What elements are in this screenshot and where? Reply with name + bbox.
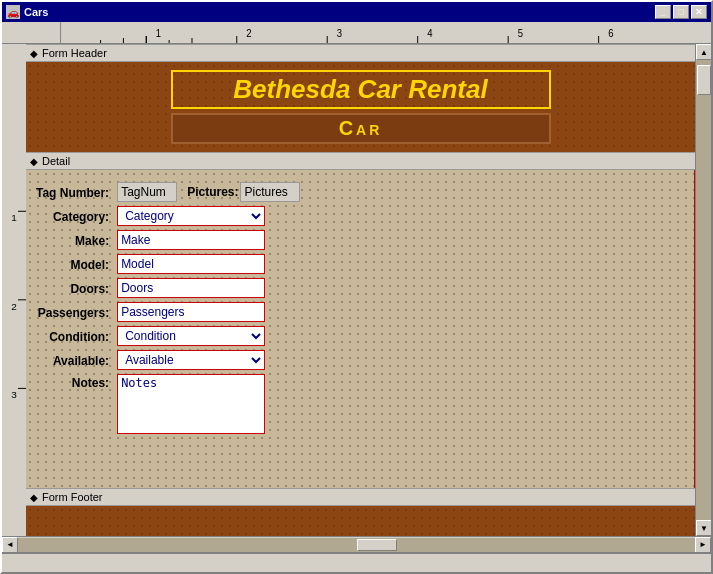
- form-footer-label: ◆ Form Footer: [26, 488, 695, 506]
- svg-text:5: 5: [518, 27, 524, 38]
- condition-select[interactable]: Condition: [117, 326, 265, 346]
- main-window: 🚗 Cars _ □ ✕ 1 2 3 4 5 6: [0, 0, 713, 574]
- vertical-ruler: 1 2 3: [2, 44, 26, 536]
- category-label: Category:: [36, 206, 115, 226]
- passengers-input[interactable]: [117, 302, 265, 322]
- svg-text:6: 6: [608, 27, 613, 38]
- condition-label: Condition:: [36, 326, 115, 346]
- fields-table: Tag Number: Pictures:: [34, 178, 302, 438]
- pictures-label-cell: Pictures:: [179, 182, 238, 202]
- svg-rect-19: [2, 44, 26, 536]
- model-label: Model:: [36, 254, 115, 274]
- svg-text:1: 1: [11, 212, 17, 223]
- svg-text:2: 2: [246, 27, 251, 38]
- form-footer-text: Form Footer: [42, 491, 103, 503]
- status-bar: [2, 552, 711, 572]
- form-footer-content: [26, 506, 695, 536]
- svg-text:2: 2: [11, 301, 17, 312]
- form-area: ◆ Form Header Bethesda Car Rental Car: [26, 44, 695, 536]
- close-button[interactable]: ✕: [691, 5, 707, 19]
- form-header-label: ◆ Form Header: [26, 44, 695, 62]
- svg-text:4: 4: [427, 27, 433, 38]
- notes-textarea[interactable]: Notes: [117, 374, 265, 434]
- svg-text:1: 1: [156, 27, 161, 38]
- svg-text:3: 3: [337, 27, 342, 38]
- title-bar-buttons: _ □ ✕: [655, 5, 707, 19]
- doors-row: Doors:: [36, 278, 300, 298]
- doors-input[interactable]: [117, 278, 265, 298]
- scroll-track-vertical[interactable]: [696, 60, 711, 520]
- available-select[interactable]: Available: [117, 350, 265, 370]
- horizontal-ruler: 1 2 3 4 5 6: [2, 22, 711, 44]
- svg-text:3: 3: [11, 389, 17, 400]
- scroll-right-button[interactable]: ►: [695, 537, 711, 553]
- category-row: Category: Category: [36, 206, 300, 226]
- tag-number-cell: [117, 182, 177, 202]
- detail-arrow-icon: ◆: [30, 156, 38, 167]
- doors-cell: [117, 278, 300, 298]
- model-input[interactable]: [117, 254, 265, 274]
- tag-number-row: Tag Number: Pictures:: [36, 182, 300, 202]
- notes-cell: Notes: [117, 374, 300, 434]
- scroll-left-button[interactable]: ◄: [2, 537, 18, 553]
- tag-number-label: Tag Number:: [36, 182, 115, 202]
- pictures-cell: [240, 182, 300, 202]
- detail-text: Detail: [42, 155, 70, 167]
- title-bar: 🚗 Cars _ □ ✕: [2, 2, 711, 22]
- passengers-cell: [117, 302, 300, 322]
- scroll-track-horizontal[interactable]: [18, 538, 695, 552]
- available-cell: Available: [117, 350, 300, 370]
- condition-row: Condition: Condition: [36, 326, 300, 346]
- pictures-label: Pictures:: [179, 185, 238, 199]
- maximize-button[interactable]: □: [673, 5, 689, 19]
- form-right-border: [694, 170, 695, 488]
- footer-arrow-icon: ◆: [30, 492, 38, 503]
- tag-number-input[interactable]: [117, 182, 177, 202]
- notes-row: Notes: Notes: [36, 374, 300, 434]
- detail-label: ◆ Detail: [26, 152, 695, 170]
- make-input[interactable]: [117, 230, 265, 250]
- horizontal-scrollbar[interactable]: ◄ ►: [2, 536, 711, 552]
- category-cell: Category: [117, 206, 300, 226]
- passengers-row: Passengers:: [36, 302, 300, 322]
- available-row: Available: Available: [36, 350, 300, 370]
- form-header-content: Bethesda Car Rental Car: [26, 62, 695, 152]
- window-icon: 🚗: [6, 5, 20, 19]
- make-cell: [117, 230, 300, 250]
- vertical-scrollbar[interactable]: ▲ ▼: [695, 44, 711, 536]
- make-row: Make:: [36, 230, 300, 250]
- minimize-button[interactable]: _: [655, 5, 671, 19]
- header-arrow-icon: ◆: [30, 48, 38, 59]
- pictures-input[interactable]: [240, 182, 300, 202]
- notes-label: Notes:: [36, 374, 115, 434]
- model-cell: [117, 254, 300, 274]
- category-select[interactable]: Category: [117, 206, 265, 226]
- form-header-text: Form Header: [42, 47, 107, 59]
- scroll-up-button[interactable]: ▲: [696, 44, 711, 60]
- scroll-thumb-horizontal[interactable]: [357, 539, 397, 551]
- scroll-down-button[interactable]: ▼: [696, 520, 711, 536]
- available-label: Available:: [36, 350, 115, 370]
- make-label: Make:: [36, 230, 115, 250]
- passengers-label: Passengers:: [36, 302, 115, 322]
- detail-section: ◆ Detail Tag Number:: [26, 152, 695, 488]
- header-title: Bethesda Car Rental: [233, 74, 487, 104]
- doors-label: Doors:: [36, 278, 115, 298]
- model-row: Model:: [36, 254, 300, 274]
- condition-cell: Condition: [117, 326, 300, 346]
- window-title: Cars: [24, 6, 655, 18]
- header-subtitle: Car: [339, 117, 383, 139]
- form-header-section: ◆ Form Header Bethesda Car Rental Car: [26, 44, 695, 152]
- form-footer-section: ◆ Form Footer: [26, 488, 695, 536]
- scroll-thumb-vertical[interactable]: [697, 65, 711, 95]
- main-content: 1 2 3 ◆ Form Header Bethesda: [2, 44, 711, 536]
- detail-content: Tag Number: Pictures:: [26, 170, 695, 488]
